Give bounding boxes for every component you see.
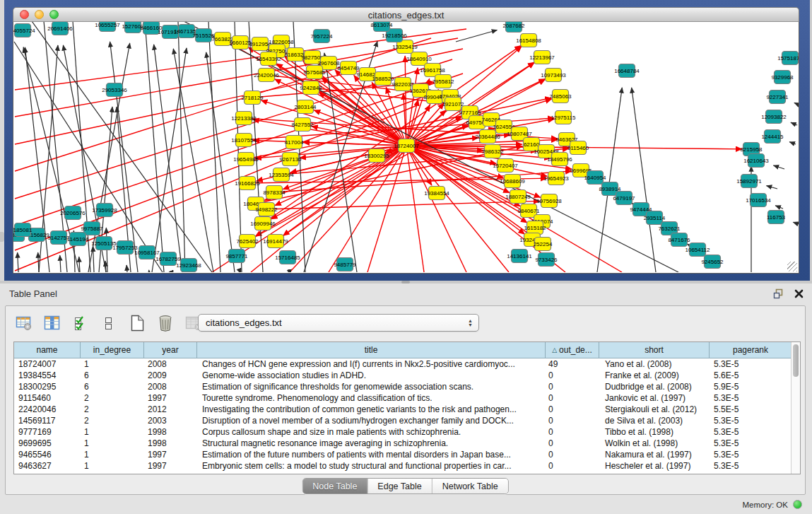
graph-node-teal[interactable]: 9227341 bbox=[766, 90, 789, 104]
network-window-titlebar[interactable]: citations_edges.txt bbox=[13, 7, 799, 22]
graph-node-teal[interactable]: 20691406 bbox=[47, 22, 73, 35]
table-select-value: citations_edges.txt bbox=[206, 317, 282, 328]
graph-node-yellow[interactable]: 19654923 bbox=[543, 172, 569, 185]
graph-node-yellow[interactable]: 19654985 bbox=[233, 153, 259, 166]
table-settings-icon[interactable] bbox=[14, 313, 34, 333]
side-panel-handle[interactable] bbox=[0, 232, 4, 242]
graph-node-yellow[interactable]: 9660125 bbox=[229, 36, 252, 49]
graph-node-yellow[interactable]: 9242848 bbox=[300, 81, 322, 95]
table-row[interactable]: 977716911998Corpus callosum shape and si… bbox=[14, 426, 800, 438]
table-row[interactable]: 1938455462009Genome-wide association stu… bbox=[14, 370, 800, 381]
delete-trash-icon[interactable] bbox=[155, 313, 175, 333]
cell-title: Genome-wide association studies in ADHD. bbox=[197, 370, 546, 381]
svg-text:9245652: 9245652 bbox=[701, 259, 724, 265]
new-document-icon[interactable] bbox=[127, 313, 147, 333]
graph-node-teal[interactable]: 8613074 bbox=[370, 22, 393, 32]
graph-node-yellow[interactable]: 2718129 bbox=[241, 91, 264, 105]
graph-node-yellow[interactable]: 7485063 bbox=[549, 90, 572, 103]
graph-node-yellow[interactable]: 12213967 bbox=[529, 51, 555, 64]
graph-node-yellow[interactable]: 1588520 bbox=[372, 72, 394, 86]
table-row[interactable]: 946554611997Estimation of the future num… bbox=[14, 449, 800, 460]
graph-node-yellow[interactable]: 19384554 bbox=[424, 187, 449, 200]
svg-text:417004: 417004 bbox=[285, 139, 304, 146]
graph-node-yellow[interactable]: 19756928 bbox=[536, 194, 562, 208]
graph-node-teal[interactable]: 8471676 bbox=[668, 233, 690, 247]
vertical-scrollbar[interactable] bbox=[791, 342, 800, 474]
graph-node-teal[interactable]: 2087682 bbox=[502, 22, 525, 33]
graph-node-teal[interactable]: 9857771 bbox=[225, 250, 248, 263]
graph-node-teal[interactable]: 20206576 bbox=[60, 206, 86, 220]
graph-node-yellow[interactable]: 7625402 bbox=[236, 235, 259, 248]
svg-text:19654985: 19654985 bbox=[233, 156, 259, 163]
table-row[interactable]: 1830029562008Estimation of significance … bbox=[14, 381, 800, 392]
cell-pagerank: 5.3E-5 bbox=[710, 449, 792, 460]
tab-network-table[interactable]: Network Table bbox=[432, 479, 508, 493]
graph-node-teal[interactable]: 15751874 bbox=[777, 52, 799, 65]
cell-short: Hescheler et al. (1997) bbox=[599, 460, 710, 472]
graph-node-teal[interactable]: 185081 bbox=[13, 223, 33, 237]
column-header-short[interactable]: short bbox=[599, 342, 710, 358]
graph-node-yellow[interactable]: 8427552 bbox=[291, 118, 314, 132]
graph-node-teal[interactable]: 24055724 bbox=[13, 24, 35, 37]
window-resize-grip[interactable] bbox=[787, 262, 797, 271]
float-window-icon[interactable] bbox=[773, 288, 784, 299]
graph-node-yellow[interactable]: 12975115 bbox=[551, 111, 577, 124]
column-header-out_de[interactable]: △out_de... bbox=[546, 342, 599, 358]
graph-node-yellow[interactable]: 16154808 bbox=[516, 34, 541, 47]
graph-node-teal[interactable]: 16648784 bbox=[614, 64, 640, 78]
graph-node-teal[interactable]: 15716485 bbox=[275, 251, 300, 264]
graph-node-yellow[interactable]: 9498222 bbox=[255, 203, 278, 216]
graph-node-teal[interactable]: 9329968 bbox=[771, 71, 794, 84]
graph-node-teal[interactable]: 1145194 bbox=[67, 233, 89, 246]
graph-node-yellow[interactable]: 12353594 bbox=[269, 168, 294, 182]
select-all-checks-icon[interactable] bbox=[71, 313, 90, 333]
graph-node-teal[interactable]: 9485779 bbox=[334, 258, 356, 271]
graph-node-teal[interactable]: 7515526 bbox=[192, 29, 215, 42]
cell-in_degree: 2 bbox=[81, 415, 144, 426]
select-columns-icon[interactable] bbox=[42, 313, 62, 333]
clear-selection-icon[interactable] bbox=[99, 313, 119, 333]
graph-node-yellow[interactable]: 7986322 bbox=[481, 145, 504, 158]
scrollbar-thumb[interactable] bbox=[793, 344, 799, 377]
graph-node-teal[interactable]: 9733426 bbox=[535, 253, 558, 267]
graph-node-yellow[interactable]: 1615182 bbox=[524, 221, 546, 235]
tab-node-table[interactable]: Node Table bbox=[302, 479, 367, 493]
graph-node-teal[interactable]: 14136141 bbox=[507, 250, 532, 263]
graph-node-teal[interactable]: 7957224 bbox=[310, 30, 333, 43]
graph-node-yellow[interactable]: 2803144 bbox=[294, 100, 317, 114]
column-header-year[interactable]: year bbox=[144, 342, 197, 358]
graph-node-teal[interactable]: 10655257 bbox=[95, 22, 120, 32]
table-row[interactable]: 1872400712008Changes of HCN gene express… bbox=[14, 358, 800, 370]
graph-node-yellow[interactable]: 417004 bbox=[285, 136, 304, 149]
graph-node-yellow[interactable]: 9575685 bbox=[303, 66, 326, 79]
graph-node-yellow[interactable]: 8978334 bbox=[263, 186, 286, 199]
graph-node-teal[interactable]: 17016534 bbox=[746, 194, 771, 207]
graph-node-teal[interactable]: 29053346 bbox=[102, 83, 127, 97]
graph-node-teal[interactable]: 116753 bbox=[767, 211, 786, 224]
column-header-in_degree[interactable]: in_degree bbox=[81, 342, 144, 358]
graph-node-teal[interactable]: 17359928 bbox=[92, 204, 117, 217]
tab-edge-table[interactable]: Edge Table bbox=[367, 479, 431, 493]
graph-node-yellow[interactable]: 9267130 bbox=[279, 153, 302, 166]
close-icon[interactable] bbox=[794, 289, 804, 298]
table-row[interactable]: 911546021997Tourette syndrome. Phenomeno… bbox=[14, 392, 800, 404]
column-header-title[interactable]: title bbox=[197, 342, 546, 358]
table-row[interactable]: 2242004622012Investigating the contribut… bbox=[14, 404, 800, 415]
graph-node-teal[interactable]: 1244415 bbox=[761, 130, 784, 144]
column-header-name[interactable]: name bbox=[14, 342, 81, 358]
table-row[interactable]: 1456911722003Disruption of a novel membe… bbox=[14, 415, 800, 426]
graph-node-teal[interactable]: 15892971 bbox=[736, 175, 762, 188]
graph-node-teal[interactable]: 9245652 bbox=[701, 255, 724, 269]
svg-text:16909946: 16909946 bbox=[250, 221, 276, 227]
graph-node-yellow[interactable]: 9115460 bbox=[567, 141, 589, 155]
table-row[interactable]: 946362711997Embryonic stem cells: a mode… bbox=[14, 460, 800, 472]
column-header-pagerank[interactable]: pagerank bbox=[710, 342, 792, 358]
table-select-dropdown[interactable]: citations_edges.txt ▲▼ bbox=[198, 314, 479, 332]
network-view-canvas[interactable]: 1872400776638229660125891295418226058982… bbox=[13, 22, 799, 274]
graph-node-teal[interactable]: 6479197 bbox=[613, 192, 635, 205]
svg-text:1145194: 1145194 bbox=[67, 236, 89, 243]
graph-node-yellow[interactable]: 252254 bbox=[534, 238, 553, 251]
table-row[interactable]: 969969511998Structural magnetic resonanc… bbox=[14, 438, 800, 449]
graph-node-teal[interactable]: 12093822 bbox=[761, 110, 787, 124]
graph-node-yellow[interactable]: 7955812 bbox=[432, 75, 454, 88]
